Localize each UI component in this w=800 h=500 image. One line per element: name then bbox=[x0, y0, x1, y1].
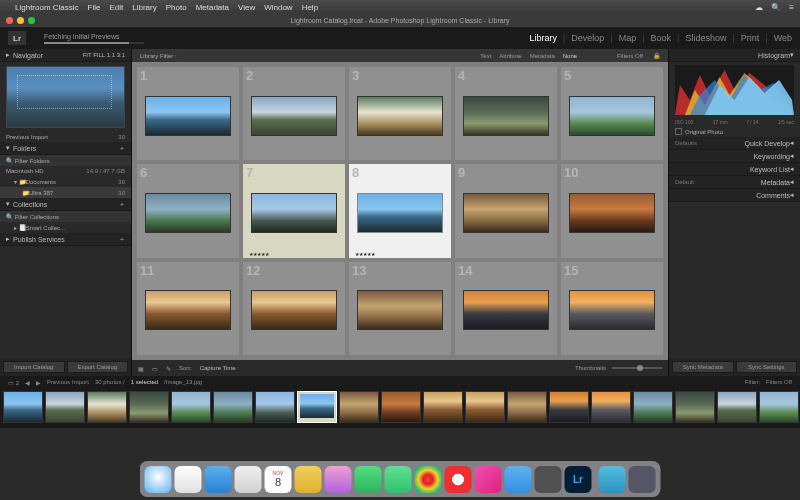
dock-music-icon[interactable] bbox=[475, 466, 502, 493]
dock-appstore-icon[interactable] bbox=[505, 466, 532, 493]
source-label[interactable]: Previous Import bbox=[47, 379, 89, 385]
close-window-button[interactable] bbox=[6, 17, 13, 24]
dock-calendar-icon[interactable]: NOV8 bbox=[265, 466, 292, 493]
dock-contacts-icon[interactable] bbox=[235, 466, 262, 493]
publish-header[interactable]: ▸ Publish Services＋ bbox=[0, 233, 131, 246]
grid-cell-10[interactable]: 10 bbox=[561, 164, 663, 257]
module-develop[interactable]: Develop bbox=[571, 33, 604, 43]
filmstrip-thumb[interactable] bbox=[675, 391, 715, 423]
folder-documents[interactable]: ▾ 📁 Documents30 bbox=[0, 176, 131, 187]
filmstrip-thumb[interactable] bbox=[339, 391, 379, 423]
comments-header[interactable]: Comments ◂ bbox=[669, 189, 800, 202]
menu-file[interactable]: File bbox=[88, 3, 101, 12]
dock-finder-icon[interactable] bbox=[145, 466, 172, 493]
nav-back-icon[interactable]: ◀ bbox=[25, 379, 30, 386]
dock-reminders-icon[interactable] bbox=[325, 466, 352, 493]
dock-photos-icon[interactable] bbox=[415, 466, 442, 493]
grid-cell-9[interactable]: 9 bbox=[455, 164, 557, 257]
module-book[interactable]: Book bbox=[651, 33, 672, 43]
filmstrip-thumb[interactable] bbox=[717, 391, 757, 423]
filmstrip-thumb[interactable] bbox=[423, 391, 463, 423]
grid-cell-3[interactable]: 3 bbox=[349, 67, 451, 160]
loupe-view-icon[interactable]: ▭ bbox=[152, 365, 158, 372]
metadata-header[interactable]: DefaultMetadata ◂ bbox=[669, 176, 800, 189]
filmstrip-thumb[interactable] bbox=[549, 391, 589, 423]
export-catalog-button[interactable]: Export Catalog bbox=[67, 361, 129, 373]
filmstrip-thumb[interactable] bbox=[3, 391, 43, 423]
grid-cell-5[interactable]: 5 bbox=[561, 67, 663, 160]
navigator-header[interactable]: ▸ NavigatorFIT FILL 1:1 3:1 bbox=[0, 49, 131, 62]
grid-cell-14[interactable]: 14 bbox=[455, 262, 557, 355]
filmstrip-thumb[interactable] bbox=[255, 391, 295, 423]
dock-news-icon[interactable] bbox=[445, 466, 472, 493]
smart-collections[interactable]: ▸ 📑 Smart Collec... bbox=[0, 222, 131, 233]
module-web[interactable]: Web bbox=[774, 33, 792, 43]
dock-settings-icon[interactable] bbox=[535, 466, 562, 493]
import-catalog-button[interactable]: Import Catalog bbox=[3, 361, 65, 373]
module-print[interactable]: Print bbox=[741, 33, 760, 43]
keywording-header[interactable]: Keywording ◂ bbox=[669, 150, 800, 163]
dock-trash-icon[interactable] bbox=[629, 466, 656, 493]
sync-settings-button[interactable]: Sync Settings bbox=[736, 361, 798, 373]
grid-cell-11[interactable]: 11 bbox=[137, 262, 239, 355]
menu-library[interactable]: Library bbox=[132, 3, 156, 12]
original-photo-checkbox[interactable]: Original Photo bbox=[669, 126, 800, 137]
filmstrip-thumb[interactable] bbox=[381, 391, 421, 423]
filmstrip-thumb[interactable] bbox=[213, 391, 253, 423]
module-slideshow[interactable]: Slideshow bbox=[685, 33, 726, 43]
painter-icon[interactable]: ✎ bbox=[166, 365, 171, 372]
sync-metadata-button[interactable]: Sync Metadata bbox=[672, 361, 734, 373]
folder-filter-input[interactable]: 🔍 Filter Folders bbox=[0, 155, 131, 166]
collections-header[interactable]: ▾ Collections＋ bbox=[0, 198, 131, 211]
dock-notes-icon[interactable] bbox=[295, 466, 322, 493]
second-window-icon[interactable]: ▭ 2 bbox=[8, 379, 19, 386]
rating-stars[interactable]: ★★★★★ bbox=[249, 251, 269, 257]
cc-status-icon[interactable]: ☁ bbox=[755, 3, 763, 12]
grid-cell-1[interactable]: 1 bbox=[137, 67, 239, 160]
menu-edit[interactable]: Edit bbox=[109, 3, 123, 12]
grid-cell-13[interactable]: 13 bbox=[349, 262, 451, 355]
minimize-window-button[interactable] bbox=[17, 17, 24, 24]
filter-lock-icon[interactable]: 🔒 bbox=[653, 52, 660, 59]
dock-facetime-icon[interactable] bbox=[385, 466, 412, 493]
grid-view-icon[interactable]: ▦ bbox=[138, 365, 144, 372]
thumbnail-size-slider[interactable] bbox=[612, 367, 662, 369]
histogram-header[interactable]: Histogram ▾ bbox=[669, 49, 800, 62]
filters-off-toggle[interactable]: Filters Off bbox=[617, 53, 643, 59]
dock-safari-icon[interactable] bbox=[175, 466, 202, 493]
dock-downloads-icon[interactable] bbox=[599, 466, 626, 493]
grid-cell-6[interactable]: 6 bbox=[137, 164, 239, 257]
nav-fwd-icon[interactable]: ▶ bbox=[36, 379, 41, 386]
filmstrip[interactable] bbox=[0, 388, 800, 428]
filter-text[interactable]: Text bbox=[480, 53, 491, 59]
module-library[interactable]: Library bbox=[529, 33, 557, 43]
collection-filter-input[interactable]: 🔍 Filter Collections bbox=[0, 211, 131, 222]
menu-app[interactable]: Lightroom Classic bbox=[15, 3, 79, 12]
filmstrip-thumb[interactable] bbox=[171, 391, 211, 423]
folder-ultra387[interactable]: 📁 Ultra 38730 bbox=[0, 187, 131, 198]
grid-cell-2[interactable]: 2 bbox=[243, 67, 345, 160]
filter-none[interactable]: None bbox=[563, 53, 577, 59]
quickdevelop-header[interactable]: DefaultsQuick Develop ◂ bbox=[669, 137, 800, 150]
grid-cell-8-selected[interactable]: 8★★★★★ bbox=[349, 164, 451, 257]
filmstrip-thumb[interactable] bbox=[45, 391, 85, 423]
menu-metadata[interactable]: Metadata bbox=[196, 3, 229, 12]
grid-cell-7[interactable]: 7★★★★★ bbox=[243, 164, 345, 257]
menu-help[interactable]: Help bbox=[302, 3, 318, 12]
dock-messages-icon[interactable] bbox=[355, 466, 382, 493]
navigator-preview[interactable] bbox=[6, 66, 125, 128]
filmstrip-thumb[interactable] bbox=[465, 391, 505, 423]
menu-view[interactable]: View bbox=[238, 3, 255, 12]
catalog-previous-import[interactable]: Previous Import30 bbox=[0, 132, 131, 142]
dock-mail-icon[interactable] bbox=[205, 466, 232, 493]
filmstrip-thumb-selected[interactable] bbox=[297, 391, 337, 423]
spotlight-icon[interactable]: 🔍 bbox=[771, 3, 781, 12]
filmstrip-thumb[interactable] bbox=[759, 391, 799, 423]
keywordlist-header[interactable]: Keyword List ◂ bbox=[669, 163, 800, 176]
folders-header[interactable]: ▾ Folders＋ bbox=[0, 142, 131, 155]
histogram-display[interactable] bbox=[675, 65, 794, 115]
menu-window[interactable]: Window bbox=[264, 3, 292, 12]
grid-cell-4[interactable]: 4 bbox=[455, 67, 557, 160]
sort-dropdown[interactable]: Capture Time bbox=[200, 365, 236, 371]
volume-row[interactable]: Macintosh HD14.9 / 47.7 GB bbox=[0, 166, 131, 176]
